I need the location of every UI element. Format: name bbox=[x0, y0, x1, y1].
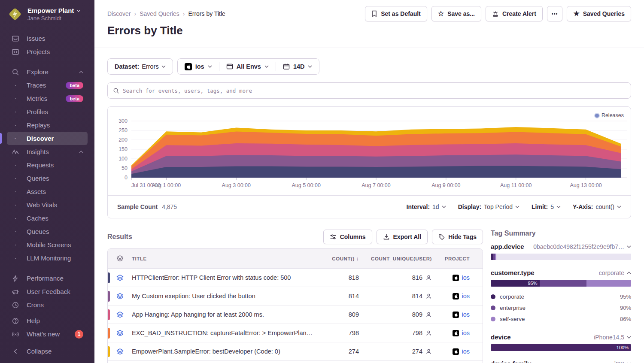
sidebar-item-caches[interactable]: ·Caches bbox=[7, 212, 88, 225]
more-options-button[interactable]: ••• bbox=[547, 6, 563, 21]
megaphone-icon bbox=[11, 288, 20, 296]
chevron-down-icon bbox=[617, 206, 621, 208]
sidebar-item-traces[interactable]: · Traces beta bbox=[7, 79, 88, 92]
sidebar-item-performance[interactable]: Performance bbox=[7, 272, 88, 285]
chevron-down-icon bbox=[627, 336, 631, 339]
tag-distribution-bar[interactable]: 100% bbox=[491, 344, 631, 351]
layers-icon[interactable] bbox=[108, 311, 132, 318]
export-all-button[interactable]: Export All bbox=[377, 230, 428, 244]
column-header-count[interactable]: COUNT() ↓ bbox=[318, 256, 359, 261]
tag-distribution-bar[interactable] bbox=[491, 254, 631, 260]
tag-legend-row[interactable]: self-serve 86% bbox=[491, 313, 631, 324]
yaxis-selector[interactable]: Y-Axis: count() bbox=[573, 203, 621, 210]
sidebar-item-mobile-screens[interactable]: ·Mobile Screens bbox=[7, 238, 88, 251]
set-as-default-button[interactable]: Set as Default bbox=[365, 6, 427, 21]
layers-icon[interactable] bbox=[108, 255, 132, 262]
column-header-unique[interactable]: COUNT_UNIQUE(USER) bbox=[359, 256, 432, 261]
save-as-button[interactable]: ☆ Save as... bbox=[431, 6, 481, 21]
bullet-icon: · bbox=[11, 241, 20, 248]
dataset-selector[interactable]: Dataset: Errors bbox=[107, 58, 173, 75]
breadcrumb-separator: › bbox=[134, 10, 136, 17]
error-title-link[interactable]: EmpowerPlant.SampleError: bestDeveloper … bbox=[132, 348, 318, 355]
sidebar-item-requests[interactable]: ·Requests bbox=[7, 158, 88, 172]
tag-legend-row[interactable]: enterprise 90% bbox=[491, 302, 631, 313]
create-alert-button[interactable]: Create Alert bbox=[486, 6, 543, 21]
search-input[interactable] bbox=[123, 88, 626, 94]
saved-queries-button[interactable]: ★ Saved Queries bbox=[567, 6, 631, 21]
project-link[interactable]: ios bbox=[462, 311, 470, 318]
sidebar-item-help[interactable]: Help bbox=[7, 314, 88, 327]
error-title-link[interactable]: My Custom exeption: User clicked the but… bbox=[132, 293, 318, 299]
chevron-left-icon bbox=[11, 348, 20, 355]
sidebar-item-llm-monitoring[interactable]: ·LLM Monitoring bbox=[7, 251, 88, 265]
column-header-title[interactable]: TITLE bbox=[132, 256, 318, 261]
tag-toggle[interactable]: device iPhone14,5 bbox=[491, 333, 631, 341]
sidebar-item-discover[interactable]: · Discover bbox=[7, 132, 88, 145]
project-link[interactable]: ios bbox=[462, 348, 470, 355]
sidebar-item-crons[interactable]: Crons bbox=[7, 298, 88, 312]
svg-text:250: 250 bbox=[118, 127, 128, 133]
series-swatch bbox=[108, 272, 110, 283]
tag-toggle[interactable]: app.device 0baebc0de4982f1255f2e9e9fb7… bbox=[491, 243, 631, 250]
sample-count-value: 4,875 bbox=[162, 203, 177, 210]
tag-summary-title: Tag Summary bbox=[491, 230, 631, 237]
user-icon bbox=[425, 330, 432, 336]
interval-selector[interactable]: Interval: 1d bbox=[407, 203, 446, 210]
project-link[interactable]: ios bbox=[462, 293, 470, 299]
tag-toggle[interactable]: customer.type corporate bbox=[491, 269, 631, 276]
sidebar-item-metrics[interactable]: · Metrics beta bbox=[7, 92, 88, 105]
sidebar-item-projects[interactable]: Projects bbox=[7, 45, 88, 58]
legend-dot-icon bbox=[491, 317, 495, 321]
project-link[interactable]: ios bbox=[462, 330, 470, 336]
environment-filter[interactable]: All Envs bbox=[219, 59, 276, 74]
date-range-filter[interactable]: 14D bbox=[276, 59, 319, 74]
beta-badge: beta bbox=[66, 82, 83, 89]
svg-text:Aug 9 00:00: Aug 9 00:00 bbox=[431, 182, 460, 188]
layers-icon[interactable] bbox=[108, 274, 132, 281]
org-switcher[interactable]: Empower Plant Jane Schmidt bbox=[0, 6, 94, 22]
sidebar-item-web-vitals[interactable]: ·Web Vitals bbox=[7, 198, 88, 212]
bullet-icon: · bbox=[11, 82, 20, 89]
column-header-project[interactable]: PROJECT bbox=[432, 256, 483, 261]
breadcrumb-discover[interactable]: Discover bbox=[107, 10, 131, 17]
sidebar-item-whats-new[interactable]: What's new 1 bbox=[7, 327, 88, 341]
tag-distribution-bar[interactable]: 95% bbox=[491, 280, 631, 287]
svg-text:50: 50 bbox=[122, 165, 128, 171]
sample-count-label: Sample Count bbox=[117, 203, 158, 210]
sidebar-item-queries[interactable]: ·Queries bbox=[7, 172, 88, 185]
sidebar-item-assets[interactable]: ·Assets bbox=[7, 185, 88, 198]
releases-legend[interactable]: Releases bbox=[595, 112, 624, 118]
limit-selector[interactable]: Limit: 5 bbox=[532, 203, 561, 210]
table-row: EmpowerPlant.SampleError: happyCustomer … bbox=[108, 361, 483, 363]
chevron-up-icon bbox=[79, 71, 83, 73]
columns-button[interactable]: Columns bbox=[323, 230, 372, 244]
releases-dot-icon bbox=[595, 114, 599, 118]
error-title-link[interactable]: App Hanging: App hanging for at least 20… bbox=[132, 311, 318, 318]
sidebar-collapse-button[interactable]: Collapse bbox=[7, 345, 88, 358]
hide-tags-button[interactable]: Hide Tags bbox=[432, 230, 483, 244]
project-link[interactable]: ios bbox=[462, 274, 470, 281]
tag-legend-row[interactable]: corporate 95% bbox=[491, 291, 631, 302]
calendar-icon bbox=[283, 63, 290, 70]
sidebar-section-explore[interactable]: Explore bbox=[7, 65, 88, 79]
sidebar-item-issues[interactable]: Issues bbox=[7, 32, 88, 45]
layers-icon[interactable] bbox=[108, 330, 132, 337]
user-icon bbox=[425, 275, 432, 281]
sidebar-item-user-feedback[interactable]: User Feedback bbox=[7, 285, 88, 298]
results-section: Results Columns Export All Hide Tags bbox=[107, 230, 483, 363]
layers-icon[interactable] bbox=[108, 348, 132, 355]
sidebar-item-replays[interactable]: · Replays bbox=[7, 118, 88, 132]
sidebar-item-queues[interactable]: ·Queues bbox=[7, 225, 88, 238]
display-selector[interactable]: Display: Top Period bbox=[458, 203, 519, 210]
sidebar-section-insights[interactable]: Insights bbox=[7, 145, 88, 158]
table-row: My Custom exeption: User clicked the but… bbox=[108, 287, 483, 306]
error-title-link[interactable]: EXC_BAD_INSTRUCTION: captureFatalError: … bbox=[132, 330, 318, 336]
breadcrumb-saved-queries[interactable]: Saved Queries bbox=[140, 10, 179, 17]
org-name: Empower Plant bbox=[27, 7, 74, 14]
error-title-link[interactable]: HTTPClientError: HTTP Client Error with … bbox=[132, 274, 318, 281]
project-filter[interactable]: ios bbox=[178, 59, 219, 74]
tag-toggle[interactable]: device.family iOS bbox=[491, 360, 631, 363]
chevron-down-icon bbox=[308, 65, 312, 68]
layers-icon[interactable] bbox=[108, 293, 132, 300]
sidebar-item-profiles[interactable]: · Profiles bbox=[7, 105, 88, 118]
